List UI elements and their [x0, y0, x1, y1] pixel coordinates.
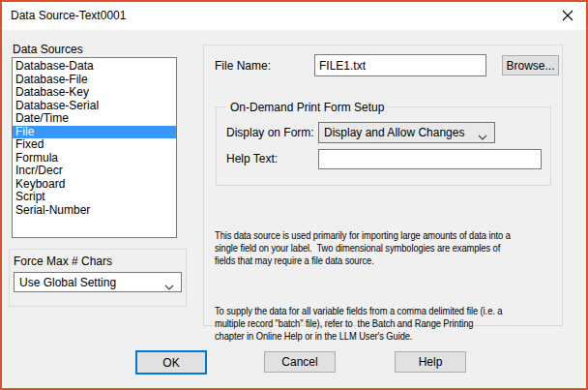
ok-button[interactable]: OK	[135, 350, 207, 375]
force-max-chars-dropdown[interactable]: Use Global Setting	[14, 272, 182, 292]
titlebar: Data Source-Text0001	[2, 2, 586, 30]
file-name-label: File Name:	[215, 59, 271, 73]
list-item-serial-number[interactable]: Serial-Number	[13, 204, 176, 218]
description-text: This data source is used primarily for i…	[215, 204, 570, 368]
list-item-date-time[interactable]: Date/Time	[13, 112, 176, 126]
close-icon	[562, 10, 573, 21]
list-item-formula[interactable]: Formula	[13, 152, 176, 165]
file-name-input[interactable]	[314, 54, 486, 76]
chevron-down-icon	[164, 280, 174, 293]
list-item-database-key[interactable]: Database-Key	[13, 86, 176, 100]
help-button[interactable]: Help	[395, 351, 466, 373]
list-item-database-file[interactable]: Database-File	[13, 74, 176, 87]
cancel-button[interactable]: Cancel	[264, 351, 336, 373]
dialog-title: Data Source-Text0001	[11, 9, 126, 22]
force-max-chars-label: Force Max # Chars	[14, 255, 112, 268]
on-demand-group-title: On-Demand Print Form Setup	[226, 101, 388, 114]
list-item-database-data[interactable]: Database-Data	[13, 60, 176, 74]
list-item-keyboard[interactable]: Keyboard	[13, 178, 176, 192]
list-item-script[interactable]: Script	[13, 191, 176, 204]
browse-button[interactable]: Browse...	[502, 55, 559, 75]
force-max-chars-group: Force Max # Chars Use Global Setting	[9, 249, 187, 307]
list-item-incr-decr[interactable]: Incr/Decr	[13, 165, 176, 178]
on-demand-print-form-setup-group: On-Demand Print Form Setup Display on Fo…	[216, 106, 551, 186]
display-on-form-value: Display and Allow Changes	[324, 126, 464, 139]
display-on-form-label: Display on Form:	[226, 126, 314, 139]
dialog-window: Data Source-Text0001 Data Sources Databa…	[0, 0, 588, 390]
help-text-input[interactable]	[318, 149, 542, 169]
list-item-fixed[interactable]: Fixed	[13, 138, 176, 152]
data-sources-listbox[interactable]: Database-DataDatabase-FileDatabase-KeyDa…	[12, 57, 177, 238]
display-on-form-dropdown[interactable]: Display and Allow Changes	[318, 122, 495, 143]
help-text-label: Help Text:	[226, 152, 278, 165]
data-sources-label: Data Sources	[13, 43, 83, 56]
description-paragraph-2: To supply the data for all variable fiel…	[215, 305, 570, 343]
close-button[interactable]	[551, 2, 584, 29]
force-max-chars-value: Use Global Setting	[19, 276, 116, 289]
list-item-database-serial[interactable]: Database-Serial	[13, 100, 176, 113]
description-paragraph-1: This data source is used primarily for i…	[215, 229, 570, 267]
chevron-down-icon	[478, 130, 487, 143]
list-item-file[interactable]: File	[13, 126, 176, 139]
